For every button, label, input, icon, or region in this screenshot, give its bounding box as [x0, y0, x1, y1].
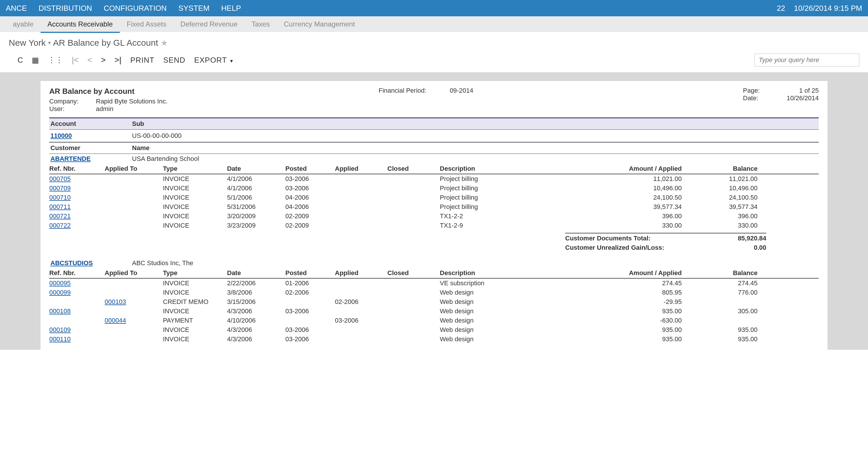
name-header: Name — [132, 144, 150, 152]
ref-link[interactable]: 000709 — [49, 184, 70, 192]
account-link[interactable]: 110000 — [51, 132, 72, 139]
date-value: 10/26/2014 — [772, 94, 819, 102]
ref-link[interactable]: 000722 — [49, 222, 70, 229]
page-value: 1 of 25 — [772, 87, 819, 94]
last-page-icon[interactable]: >| — [115, 55, 122, 65]
menu-distribution[interactable]: DISTRIBUTION — [38, 4, 92, 13]
ref-link[interactable]: 000109 — [49, 326, 70, 333]
menu-system[interactable]: SYSTEM — [178, 4, 210, 13]
table-row: 000109INVOICE4/3/200603-2006Web design93… — [49, 325, 819, 335]
customer-link[interactable]: ABCSTUDIOS — [51, 259, 93, 267]
fin-period-value: 09-2014 — [450, 87, 473, 113]
ref-link[interactable]: 000710 — [49, 194, 70, 201]
customer-name: ABC Studios Inc, The — [132, 259, 193, 267]
table-row: 000711INVOICE5/31/200604-2006Project bil… — [49, 202, 819, 212]
table-row: 000721INVOICE3/20/200902-2009TX1-2-2396.… — [49, 212, 819, 221]
chevron-down-icon[interactable]: ▾ — [48, 40, 51, 46]
submenu-receivable[interactable]: Accounts Receivable — [40, 15, 120, 33]
submenu-payable[interactable]: ayable — [6, 20, 40, 28]
submenu-deferred-revenue[interactable]: Deferred Revenue — [174, 20, 245, 28]
menu-help[interactable]: HELP — [221, 4, 241, 13]
user-value: admin — [96, 105, 113, 113]
groups-icon[interactable]: ⋮⋮ — [48, 56, 63, 65]
ref-link[interactable]: 000711 — [49, 203, 70, 210]
submenu-fixed-assets[interactable]: Fixed Assets — [120, 20, 174, 28]
detail-header: Ref. Nbr.Applied ToTypeDatePostedApplied… — [49, 164, 819, 174]
fin-period-label: Financial Period: — [379, 87, 427, 113]
top-menu: ANCE DISTRIBUTION CONFIGURATION SYSTEM H… — [0, 0, 868, 16]
breadcrumb: New York ▾ AR Balance by GL Account ★ — [0, 32, 868, 51]
table-row: 000099INVOICE3/8/200602-2006Web design80… — [49, 288, 819, 297]
table-row: 000095INVOICE2/22/200601-2006VE subscrip… — [49, 279, 819, 288]
ref-link[interactable]: 000108 — [49, 307, 70, 315]
table-row: 000722INVOICE3/23/200902-2009TX1-2-9330.… — [49, 221, 819, 230]
table-row: 000705INVOICE4/1/200603-2006Project bill… — [49, 174, 819, 184]
menu-finance[interactable]: ANCE — [6, 4, 27, 13]
next-page-icon[interactable]: > — [101, 55, 105, 65]
user-label: User: — [49, 105, 90, 113]
refresh-icon[interactable]: C — [18, 56, 23, 65]
first-page-icon[interactable]: |< — [72, 55, 79, 65]
page-label: Page: — [743, 87, 766, 94]
detail-header: Ref. Nbr.Applied ToTypeDatePostedApplied… — [49, 268, 819, 279]
sub-header: Sub — [132, 120, 144, 128]
date-label: Date: — [743, 94, 766, 102]
menu-configuration[interactable]: CONFIGURATION — [104, 4, 167, 13]
company-label: Company: — [49, 98, 90, 105]
page-title: AR Balance by GL Account — [53, 38, 158, 48]
ref-link[interactable]: 000099 — [49, 289, 70, 296]
table-row: 000709INVOICE4/1/200603-2006Project bill… — [49, 184, 819, 193]
report-page: AR Balance by Account Company:Rapid Byte… — [40, 81, 828, 350]
customer-name: USA Bartending School — [132, 155, 199, 163]
breadcrumb-branch[interactable]: New York — [9, 38, 46, 48]
sub-value: US-00-00-00-000 — [132, 132, 182, 139]
star-icon[interactable]: ★ — [161, 38, 168, 48]
customer-link[interactable]: ABARTENDE — [51, 155, 91, 162]
table-row: 000108INVOICE4/3/200603-2006Web design93… — [49, 307, 819, 316]
table-row: 000044PAYMENT4/10/200603-2006Web design-… — [49, 316, 819, 325]
account-header: Account — [51, 120, 132, 128]
params-icon[interactable]: ▦ — [32, 56, 39, 65]
sub-menu: ayable Accounts Receivable Fixed Assets … — [0, 16, 868, 32]
chevron-down-icon: ▼ — [229, 59, 234, 64]
report-area: AR Balance by Account Company:Rapid Byte… — [0, 72, 868, 350]
company-value: Rapid Byte Solutions Inc. — [96, 98, 167, 105]
export-button[interactable]: EXPORT ▼ — [194, 56, 234, 65]
query-input[interactable] — [754, 54, 859, 66]
report-title: AR Balance by Account — [49, 87, 379, 96]
customer-header: Customer — [51, 144, 132, 152]
applied-to-link[interactable]: 000044 — [105, 317, 126, 324]
table-row: 000103CREDIT MEMO3/15/200602-2006Web des… — [49, 297, 819, 307]
notification-badge[interactable]: 22 — [777, 4, 785, 13]
ref-link[interactable]: 000705 — [49, 175, 70, 182]
send-button[interactable]: SEND — [163, 56, 185, 65]
customer-totals: Customer Documents Total:85,920.84 Custo… — [49, 232, 819, 252]
print-button[interactable]: PRINT — [130, 56, 154, 65]
toolbar: C ▦ ⋮⋮ |< < > >| PRINT SEND EXPORT ▼ — [0, 51, 868, 72]
submenu-taxes[interactable]: Taxes — [245, 20, 277, 28]
ref-link[interactable]: 000110 — [49, 335, 70, 343]
ref-link[interactable]: 000721 — [49, 212, 70, 220]
ref-link[interactable]: 000095 — [49, 279, 70, 287]
table-row: 000710INVOICE5/1/200604-2006Project bill… — [49, 193, 819, 202]
applied-to-link[interactable]: 000103 — [105, 298, 126, 305]
table-row: 000110INVOICE4/3/200603-2006Web design93… — [49, 335, 819, 344]
datetime-label: 10/26/2014 9:15 PM — [794, 4, 862, 13]
submenu-currency[interactable]: Currency Management — [277, 20, 362, 28]
prev-page-icon[interactable]: < — [88, 55, 92, 65]
